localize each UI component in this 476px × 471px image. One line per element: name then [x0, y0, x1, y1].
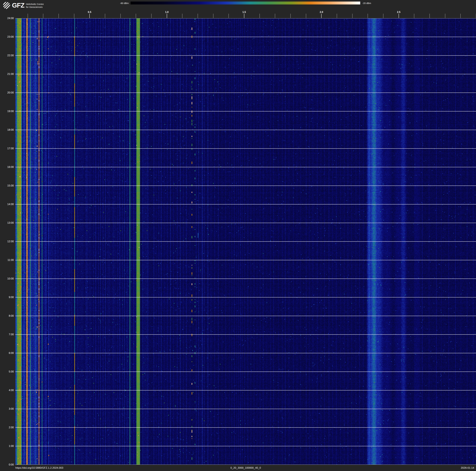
freq-tick [383, 14, 383, 18]
freq-tick [259, 14, 260, 18]
gfz-logo-name: Helmholtz Centre for Geosciences [26, 3, 44, 8]
freq-tick [198, 14, 198, 18]
time-axis-label: 8:00 [0, 314, 14, 317]
freq-axis-label: 2.0 [320, 11, 323, 14]
gfz-globe-icon [3, 2, 10, 9]
freq-tick [275, 14, 275, 18]
freq-tick [399, 14, 399, 18]
freq-tick [337, 14, 337, 18]
time-axis-label: 23:00 [0, 35, 14, 38]
freq-axis-label: 2.5 [397, 11, 400, 14]
freq-tick [321, 14, 322, 18]
time-axis-label: 17:00 [0, 147, 14, 150]
freq-tick [414, 14, 414, 18]
time-axis-label: 1:00 [0, 445, 14, 448]
freq-tick [460, 14, 461, 18]
colorbar-gradient [131, 1, 360, 4]
freq-tick [182, 14, 182, 18]
gfz-logo-name-line2: for Geosciences [26, 5, 44, 8]
freq-tick [290, 14, 291, 18]
freq-tick [105, 14, 105, 18]
colorbar-min-label: -80 dBm [120, 2, 129, 4]
time-axis-label: 13:00 [0, 221, 14, 224]
freq-tick [136, 14, 136, 18]
freq-tick [74, 14, 74, 18]
freq-tick [43, 14, 43, 18]
gfz-logo-acronym: GFZ [12, 2, 24, 9]
time-axis-label: 3:00 [0, 407, 14, 410]
time-axis-label: 0:00 [0, 463, 14, 466]
spectrogram-page: GFZ Helmholtz Centre for Geosciences -80… [0, 0, 476, 471]
freq-axis-label: 1.5 [242, 11, 246, 14]
gfz-logo: GFZ Helmholtz Centre for Geosciences [3, 2, 44, 9]
freq-tick [28, 14, 28, 18]
time-axis-label: 12:00 [0, 240, 14, 243]
freq-tick [89, 14, 90, 18]
time-axis-label: 11:00 [0, 259, 14, 262]
time-axis-label: 2:00 [0, 426, 14, 429]
freq-axis-label: 0.5 [88, 11, 91, 14]
station-id-label: 0_20_3000_100000_40_0 [15, 466, 476, 470]
time-axis-label: 9:00 [0, 296, 14, 299]
freq-tick [306, 14, 306, 18]
time-axis-label: 21:00 [0, 72, 14, 76]
time-axis-label: 22:00 [0, 54, 14, 57]
freq-tick [58, 14, 59, 18]
time-axis-label: 5:00 [0, 370, 14, 373]
freq-tick [213, 14, 213, 18]
freq-tick [228, 14, 229, 18]
time-axis-label: 16:00 [0, 165, 14, 169]
spectrogram-canvas [15, 18, 476, 465]
freq-tick [352, 14, 353, 18]
time-axis-label: 19:00 [0, 110, 14, 113]
freq-tick [151, 14, 152, 18]
time-axis-label: 4:00 [0, 389, 14, 392]
freq-tick [120, 14, 121, 18]
time-axis-label: 24:00 [0, 17, 14, 20]
freq-axis-label: 1.0 [165, 11, 169, 14]
date-label: 2026-01-14 [461, 466, 474, 470]
gfz-logo-name-line1: Helmholtz Centre [26, 3, 44, 5]
freq-tick [368, 14, 368, 18]
colorbar-max-label: -20 dBm [362, 2, 371, 4]
time-axis-label: 20:00 [0, 91, 14, 94]
freq-tick [445, 14, 445, 18]
time-axis-label: 14:00 [0, 203, 14, 206]
time-axis-label: 10:00 [0, 277, 14, 280]
time-axis-label: 18:00 [0, 128, 14, 131]
freq-tick [429, 14, 430, 18]
time-axis-label: 7:00 [0, 333, 14, 336]
freq-tick [167, 14, 167, 18]
time-axis-label: 6:00 [0, 352, 14, 355]
time-axis-label: 15:00 [0, 184, 14, 187]
freq-tick [244, 14, 244, 18]
